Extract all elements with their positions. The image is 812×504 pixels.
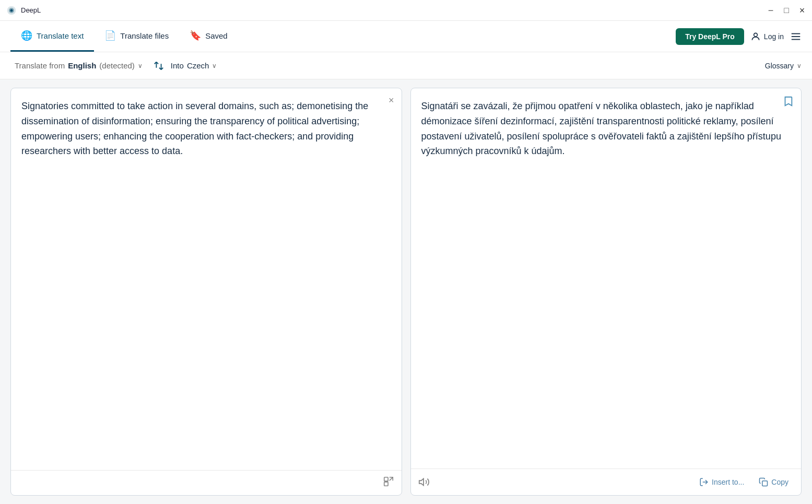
svg-marker-9: [419, 479, 423, 486]
title-bar: DeepL − □ ×: [0, 0, 812, 21]
source-language-selector[interactable]: Translate from English (detected) ∨: [10, 58, 147, 73]
target-language-selector[interactable]: Into Czech ∨: [171, 61, 217, 70]
globe-icon: 🌐: [21, 30, 32, 41]
detected-label: (detected): [99, 61, 135, 70]
tab-translate-text-label: Translate text: [37, 31, 84, 40]
window-controls: − □ ×: [767, 7, 806, 14]
target-panel: Signatáři se zavázali, že přijmou opatře…: [410, 88, 802, 496]
svg-rect-7: [384, 477, 387, 481]
source-text[interactable]: Signatories committed to take action in …: [11, 88, 402, 470]
bookmark-translation-button[interactable]: [782, 96, 794, 110]
language-bar: Translate from English (detected) ∨ Into…: [0, 52, 812, 79]
source-panel-footer: [11, 470, 402, 495]
log-in-button[interactable]: Log in: [750, 31, 784, 42]
target-lang-chevron: ∨: [212, 62, 217, 69]
into-label: Into: [171, 61, 184, 70]
copy-button[interactable]: Copy: [754, 474, 794, 490]
glossary-chevron: ∨: [797, 62, 802, 69]
try-pro-button[interactable]: Try DeepL Pro: [676, 28, 744, 45]
expand-source-button[interactable]: [383, 476, 394, 490]
source-clear-button[interactable]: ×: [389, 96, 394, 105]
insert-to-button[interactable]: Insert to...: [694, 474, 749, 490]
log-in-label: Log in: [764, 32, 784, 41]
target-panel-footer: Insert to... Copy: [411, 468, 802, 495]
target-panel-actions: Insert to... Copy: [694, 474, 794, 490]
app-title: DeepL: [21, 6, 41, 14]
panels-container: Signatories committed to take action in …: [0, 79, 812, 504]
tab-translate-files[interactable]: 📄 Translate files: [94, 21, 179, 52]
file-icon: 📄: [104, 30, 116, 41]
maximize-button[interactable]: □: [783, 7, 790, 14]
minimize-button[interactable]: −: [767, 7, 774, 14]
translate-from-label: Translate from: [15, 61, 65, 70]
copy-label: Copy: [771, 478, 789, 486]
source-panel: Signatories committed to take action in …: [10, 88, 402, 496]
menu-button[interactable]: [790, 31, 802, 42]
svg-point-2: [10, 9, 13, 11]
target-language-name: Czech: [187, 61, 209, 70]
insert-icon: [699, 477, 709, 487]
nav-right: Try DeepL Pro Log in: [676, 28, 802, 45]
nav-bar: 🌐 Translate text 📄 Translate files 🔖 Sav…: [0, 21, 812, 52]
title-bar-left: DeepL: [6, 5, 41, 16]
svg-point-3: [754, 33, 758, 37]
hamburger-icon: [790, 31, 802, 42]
source-language-name: English: [68, 61, 96, 70]
speaker-button[interactable]: [418, 476, 430, 488]
user-icon: [750, 31, 761, 42]
tab-translate-files-label: Translate files: [120, 31, 169, 40]
source-lang-chevron: ∨: [138, 62, 143, 69]
bookmark-icon: [782, 96, 794, 107]
tab-saved[interactable]: 🔖 Saved: [179, 21, 238, 52]
svg-rect-8: [384, 482, 387, 486]
glossary-label: Glossary: [765, 62, 794, 70]
swap-languages-button[interactable]: [147, 57, 171, 75]
bookmark-icon: 🔖: [190, 30, 201, 41]
tab-translate-text[interactable]: 🌐 Translate text: [10, 21, 94, 52]
svg-rect-11: [762, 481, 768, 486]
deepl-logo: [6, 5, 17, 16]
close-button[interactable]: ×: [798, 7, 806, 14]
tab-saved-label: Saved: [205, 31, 228, 40]
nav-tabs: 🌐 Translate text 📄 Translate files 🔖 Sav…: [10, 21, 238, 52]
insert-to-label: Insert to...: [712, 478, 744, 486]
glossary-button[interactable]: Glossary ∨: [765, 62, 802, 70]
swap-icon: [153, 60, 164, 72]
expand-icon: [383, 476, 394, 487]
speaker-icon: [418, 476, 430, 488]
copy-icon: [759, 477, 768, 487]
target-text: Signatáři se zavázali, že přijmou opatře…: [411, 88, 802, 468]
